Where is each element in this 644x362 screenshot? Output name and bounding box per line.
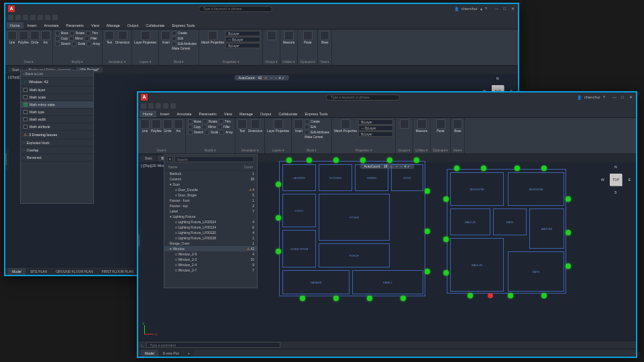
help-search[interactable] bbox=[199, 6, 272, 12]
help-icon[interactable]: ? bbox=[485, 7, 487, 11]
tool-edit[interactable] bbox=[172, 36, 176, 41]
count-palette-tab[interactable]: COUNT bbox=[5, 147, 9, 170]
search-input[interactable] bbox=[174, 156, 254, 162]
back-link[interactable]: ‹ Back to List bbox=[21, 70, 93, 78]
maximize-button[interactable]: □ bbox=[620, 95, 625, 100]
tool-copy[interactable] bbox=[55, 36, 60, 41]
tool-move[interactable] bbox=[55, 31, 60, 36]
qat-save-icon[interactable] bbox=[156, 103, 161, 109]
qat-new-icon[interactable] bbox=[8, 15, 13, 20]
layout-tab[interactable]: FIRST FLOOR PLAN bbox=[98, 268, 138, 275]
viewcube[interactable]: N S W E TOP bbox=[602, 166, 629, 193]
tree-row[interactable]: □ Window_2-49 bbox=[164, 262, 257, 267]
layout-tab[interactable]: Model bbox=[141, 350, 158, 357]
layout-tab[interactable]: + bbox=[184, 350, 194, 357]
tree-row[interactable]: Faucet - front1 bbox=[164, 198, 257, 203]
qat-redo-icon[interactable] bbox=[170, 103, 176, 109]
tool-fillet[interactable] bbox=[217, 125, 222, 129]
command-input[interactable] bbox=[146, 342, 280, 348]
checkbox[interactable] bbox=[23, 117, 28, 121]
qat-saveas-icon[interactable] bbox=[30, 15, 36, 20]
ribbon-tab[interactable]: Annotate bbox=[40, 22, 62, 29]
tree-row[interactable]: Label7 bbox=[164, 208, 257, 214]
tool-arc[interactable]: Arc bbox=[41, 31, 50, 44]
qat-open-icon[interactable] bbox=[148, 103, 154, 109]
tool-measure[interactable]: Measure bbox=[415, 119, 428, 133]
tool-line[interactable]: Line bbox=[7, 31, 17, 44]
tool-move[interactable] bbox=[188, 119, 193, 124]
tree-row[interactable]: □ Window_2-94 bbox=[164, 251, 257, 257]
tree-row[interactable]: Bathtub1 bbox=[164, 171, 257, 176]
tool-stretch[interactable] bbox=[188, 130, 193, 135]
tool-layer-properties[interactable]: Layer Properties bbox=[267, 119, 289, 133]
qat-undo-icon[interactable] bbox=[163, 103, 168, 109]
bylayer-color[interactable]: ByLayer bbox=[225, 31, 260, 36]
filter-row[interactable]: Math layer bbox=[21, 86, 93, 94]
count-palette-tab[interactable]: COUNT bbox=[138, 229, 142, 251]
tool-scale[interactable] bbox=[72, 42, 76, 46]
tree-row[interactable]: □ Lighting Fixture_LF002204 bbox=[164, 230, 257, 235]
ribbon-tab[interactable]: Parametric bbox=[62, 22, 87, 29]
qat-open-icon[interactable] bbox=[15, 15, 21, 20]
tool-rotate[interactable] bbox=[203, 119, 207, 124]
tool-trim[interactable] bbox=[86, 31, 91, 36]
bylayer-lt[interactable]: ByLayer bbox=[225, 43, 260, 48]
tree-row[interactable]: □ Window_2-310 bbox=[164, 257, 257, 262]
bylayer-lw[interactable]: — ByLayer bbox=[225, 37, 260, 42]
filter-row[interactable]: Math attribute bbox=[21, 123, 93, 131]
tool-create[interactable] bbox=[305, 119, 309, 124]
tool-dimension[interactable]: Dimension bbox=[115, 31, 129, 44]
tool-group[interactable] bbox=[398, 119, 411, 129]
qat-save-icon[interactable] bbox=[23, 15, 28, 20]
qat-plot-icon[interactable] bbox=[38, 15, 43, 20]
tree-row[interactable]: Column38 bbox=[164, 176, 257, 182]
help-search[interactable] bbox=[326, 95, 400, 101]
qat-new-icon[interactable] bbox=[141, 103, 146, 109]
tool-polyline[interactable]: Polyline bbox=[151, 119, 162, 133]
minimize-button[interactable]: — bbox=[612, 95, 617, 100]
tool-group[interactable] bbox=[265, 31, 278, 40]
checkbox[interactable] bbox=[23, 95, 28, 99]
layout-tab[interactable]: GROUND FLOOR PLAN bbox=[52, 268, 97, 275]
qat-redo-icon[interactable] bbox=[52, 15, 58, 20]
tree-row[interactable]: □ Door_Double⚠ 4 bbox=[164, 187, 257, 192]
tool-create[interactable] bbox=[172, 31, 176, 36]
close-button[interactable]: ✕ bbox=[628, 95, 633, 100]
ribbon-tab[interactable]: Insert bbox=[157, 111, 173, 117]
tree-row[interactable]: ▾ Door bbox=[164, 182, 257, 187]
tree-row[interactable]: □ Lighting Fixture_LF002281 bbox=[164, 235, 257, 241]
ribbon-tab[interactable]: Insert bbox=[24, 22, 40, 29]
ribbon-tab[interactable]: Express Tools bbox=[301, 111, 331, 117]
tool-text[interactable]: Text bbox=[105, 31, 114, 44]
bylayer-lt[interactable]: ByLayer bbox=[358, 131, 393, 137]
tool-match-properties[interactable]: Match Properties bbox=[334, 119, 357, 137]
tool-edit-attributes[interactable] bbox=[305, 130, 309, 135]
infocenter-icon[interactable]: ▾ bbox=[480, 7, 482, 11]
ribbon-tab[interactable]: Parametric bbox=[195, 111, 220, 117]
tool-array[interactable] bbox=[219, 130, 224, 135]
ribbon-tab[interactable]: Collaborate bbox=[142, 22, 168, 29]
tree-row[interactable]: □ Door_Single5 bbox=[164, 192, 257, 198]
tool-arc[interactable]: Arc bbox=[174, 119, 183, 133]
command-line[interactable]: ›_ bbox=[138, 341, 636, 349]
tree-row[interactable]: □ Lighting Fixture_LF000244 bbox=[164, 219, 257, 225]
tool-match-properties[interactable]: Match Properties bbox=[201, 31, 224, 48]
tree-row[interactable]: □ Lighting Fixture_LF001246 bbox=[164, 225, 257, 230]
minimize-button[interactable]: — bbox=[494, 6, 499, 11]
checkbox[interactable] bbox=[23, 88, 28, 92]
ribbon-tab[interactable]: Output bbox=[257, 111, 275, 117]
tool-line[interactable]: Line bbox=[140, 119, 150, 133]
ribbon-tab[interactable]: Manage bbox=[103, 22, 123, 29]
tool-stretch[interactable] bbox=[55, 42, 60, 46]
tool-measure[interactable]: Measure bbox=[282, 31, 295, 44]
help-icon[interactable]: ? bbox=[603, 95, 605, 99]
ribbon-tab[interactable]: Annotate bbox=[173, 111, 195, 117]
tool-circle[interactable]: Circle bbox=[30, 31, 40, 44]
tool-edit[interactable] bbox=[305, 125, 309, 129]
issue-row[interactable]: ▫Renamed bbox=[21, 154, 93, 162]
tree-row[interactable]: ▾ Window⚠ 42 bbox=[164, 246, 257, 251]
filter-row[interactable]: Math scale bbox=[21, 94, 93, 101]
checkbox[interactable] bbox=[23, 110, 28, 114]
ribbon-tab[interactable]: Output bbox=[124, 22, 142, 29]
ribbon-tab[interactable]: Home bbox=[7, 22, 23, 29]
